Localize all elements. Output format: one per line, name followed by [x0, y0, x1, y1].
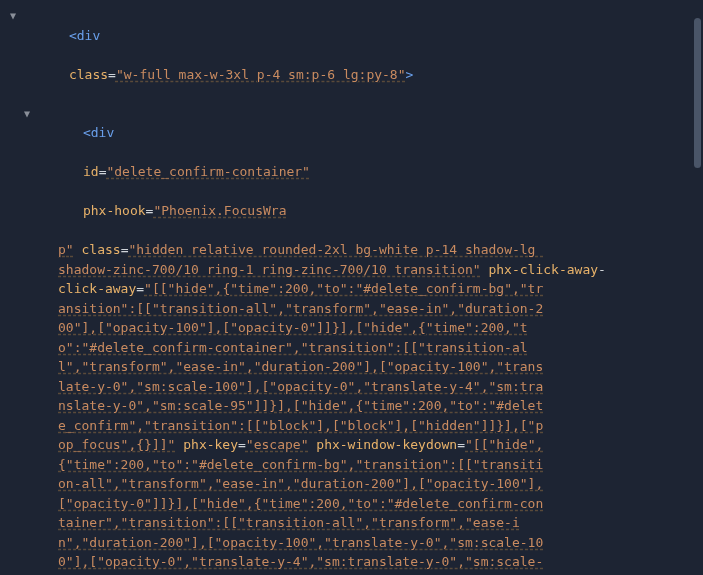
chevron-down-icon[interactable]: ▼ [10, 6, 22, 25]
attr-continuation: click-away="[["hide",{"time":200,"to":"#… [4, 279, 699, 299]
tree-node-div-container[interactable]: ▼ <div id="delete_confirm-container" phx… [4, 104, 699, 241]
attr-continuation: tainer","transition":[["transition-all",… [4, 513, 699, 533]
tag-name: <div [69, 28, 100, 43]
attr-continuation: 95"]]}],["hide",{"time":200,"to":"#delet… [4, 572, 699, 576]
attr-continuation: 00"],["opacity-100"],["opacity-0"]]}],["… [4, 318, 699, 338]
attr-continuation: e_confirm","transition":[["block"],["blo… [4, 416, 699, 436]
chevron-down-icon[interactable]: ▼ [24, 104, 36, 123]
attr-continuation: ansition":[["transition-all","transform"… [4, 299, 699, 319]
dom-tree: ▼ <div class="w-full max-w-3xl p-4 sm:p-… [0, 0, 703, 575]
attr-class-value[interactable]: "w-full max-w-3xl p-4 sm:p-6 lg:py-8" [116, 67, 406, 82]
scrollbar-thumb[interactable] [694, 18, 701, 168]
attr-continuation: {"time":200,"to":"#delete_confirm-bg","t… [4, 455, 699, 475]
attr-continuation: n","duration-200"],["opacity-100","trans… [4, 533, 699, 553]
attr-continuation: op_focus",{}]]" phx-key="escape" phx-win… [4, 435, 699, 455]
attr-continuation: ["opacity-0"]]}],["hide",{"time":200,"to… [4, 494, 699, 514]
attr-continuation: shadow-zinc-700/10 ring-1 ring-zinc-700/… [4, 260, 699, 280]
attr-continuation: late-y-0","sm:scale-100"],["opacity-0","… [4, 377, 699, 397]
attr-continuation: l","transform","ease-in","duration-200"]… [4, 357, 699, 377]
attr-continuation: p" class="hidden relative rounded-2xl bg… [4, 240, 699, 260]
attr-continuation: o":"#delete_confirm-container","transiti… [4, 338, 699, 358]
tree-node-div-outer[interactable]: ▼ <div class="w-full max-w-3xl p-4 sm:p-… [4, 6, 699, 104]
attr-class: class [69, 67, 108, 82]
attr-continuation: 0"],["opacity-0","translate-y-4","sm:tra… [4, 552, 699, 572]
attr-continuation: on-all","transform","ease-in","duration-… [4, 474, 699, 494]
attr-id-value[interactable]: "delete_confirm-container" [106, 164, 310, 179]
attr-continuation: nslate-y-0","sm:scale-95"]]}],["hide",{"… [4, 396, 699, 416]
